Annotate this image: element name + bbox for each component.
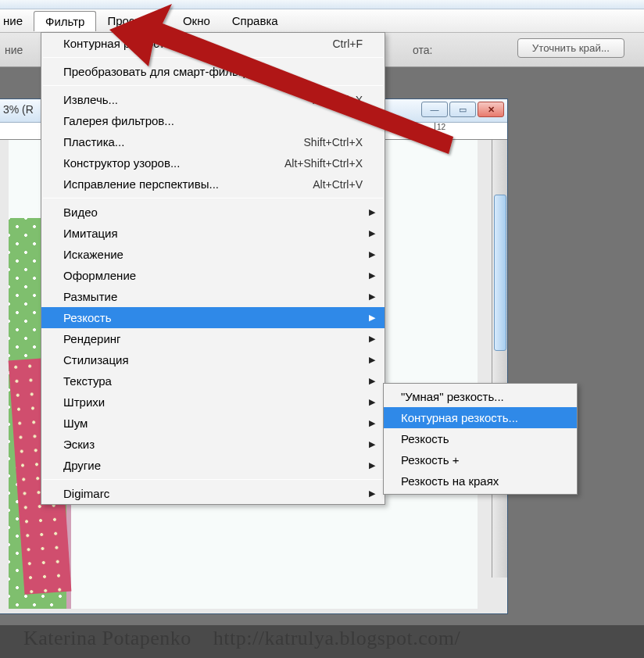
menu-item-label: Рендеринг [63,332,121,345]
menu-ние[interactable]: ние [0,11,34,30]
submenu-arrow-icon: ▶ [369,376,375,386]
filter-menu-item[interactable]: Рендеринг▶ [41,328,385,349]
menu-item-label: Видео [63,206,98,219]
sharpen-submenu-item[interactable]: Резкость [384,428,577,449]
close-icon: ✕ [488,105,495,115]
filter-menu-item[interactable]: Оформление▶ [41,265,385,286]
menu-item-label: Другие [63,459,101,472]
menu-окно[interactable]: Окно [172,11,221,30]
watermark-author: Katerina Potapenko [23,627,191,649]
filter-menu-item[interactable]: Имитация▶ [41,223,385,244]
filter-menu-item[interactable]: Галерея фильтров... [41,110,385,131]
filter-menu-item[interactable]: Текстура▶ [41,370,385,392]
menu-separator [43,85,383,86]
menu-item-label: Текстура [63,374,112,388]
submenu-arrow-icon: ▶ [369,355,375,365]
filter-menu-item[interactable]: Искажение▶ [41,244,385,265]
filter-menu-item[interactable]: Видео▶ [41,202,385,223]
menu-item-label: Искажение [63,248,123,261]
submenu-arrow-icon: ▶ [369,397,375,407]
watermark-text: Katerina Potapenko http://katrulya.blogs… [23,627,460,650]
submenu-arrow-icon: ▶ [369,291,375,302]
menu-item-shortcut: Alt+Shift+Ctrl+X [284,157,363,170]
filter-menu-item[interactable]: Размытие▶ [41,286,385,307]
submenu-arrow-icon: ▶ [369,418,375,428]
menu-item-label: Резкость [63,311,112,324]
titlebar-fragment [0,0,644,9]
menu-separator [43,198,383,198]
menu-item-label: Digimarc [63,487,109,500]
menu-item-label: Извлечь... [63,93,118,106]
filter-menu-item[interactable]: Конструктор узоров...Alt+Shift+Ctrl+X [41,152,385,173]
submenu-arrow-icon: ▶ [369,313,375,323]
scrollbar-thumb[interactable] [494,195,506,351]
submenu-arrow-icon: ▶ [369,249,375,259]
menu-item-label: Пластика... [63,135,124,148]
submenu-arrow-icon: ▶ [369,228,375,238]
sharpen-submenu-item[interactable]: Резкость + [384,449,577,470]
menu-item-label: Штрихи [63,395,105,409]
watermark-url: http://katrulya.blogspot.com/ [213,627,460,649]
options-fragment: ние [5,44,23,56]
menu-separator [43,57,383,58]
sharpen-submenu: "Умная" резкость...Контурная резкость...… [383,383,578,495]
submenu-arrow-icon: ▶ [369,334,375,344]
menu-item-label: Стилизация [63,353,129,367]
submenu-arrow-icon: ▶ [369,488,375,499]
menu-item-label: Эскиз [63,438,95,451]
menu-item-label: Исправление перспективы... [63,177,219,191]
ruler-tick: 12 [435,123,445,140]
menu-справка[interactable]: Справка [221,11,289,30]
filter-menu-item[interactable]: Эскиз▶ [41,434,385,455]
menu-item-label: Контурная резкость [63,37,170,50]
menu-item-shortcut: Alt+Ctrl+V [313,178,363,191]
filter-menu-item[interactable]: Исправление перспективы...Alt+Ctrl+V [41,173,385,195]
filter-menu-dropdown: Контурная резкостьCtrl+FПреобразовать дл… [41,32,385,505]
maximize-icon: ▭ [459,105,467,115]
vertical-scrollbar[interactable] [492,140,507,578]
submenu-arrow-icon: ▶ [369,270,375,281]
filter-menu-item[interactable]: Digimarc▶ [41,483,385,504]
menu-фильтр[interactable]: Фильтр [34,11,96,31]
menubar: ниеФильтрПросмотрОкноСправка [0,9,644,33]
menu-item-shortcut: Ctrl+F [333,38,363,50]
close-button[interactable]: ✕ [478,102,504,117]
filter-menu-item[interactable]: Другие▶ [41,455,385,476]
filter-menu-item[interactable]: Извлечь...Alt+Ctrl+X [41,89,385,110]
menu-item-label: Размытие [63,290,117,303]
menu-item-label: Оформление [63,269,136,282]
menu-separator [43,479,383,480]
document-tab-label: 3% (R [3,103,34,116]
menu-item-shortcut: Shift+Ctrl+X [304,136,363,148]
sharpen-submenu-item[interactable]: "Умная" резкость... [384,386,577,407]
filter-menu-item[interactable]: Стилизация▶ [41,349,385,370]
filter-menu-item[interactable]: Пластика...Shift+Ctrl+X [41,131,385,152]
filter-menu-item[interactable]: Шум▶ [41,413,385,434]
sharpen-submenu-item[interactable]: Контурная резкость... [384,407,577,428]
submenu-arrow-icon: ▶ [369,460,375,470]
menu-item-label: Шум [63,417,88,430]
menu-item-label: Имитация [63,227,118,240]
menu-просмотр[interactable]: Просмотр [96,11,172,30]
filter-menu-item[interactable]: Преобразовать для смарт-фильтров [41,61,385,82]
minimize-button[interactable]: — [421,102,448,117]
refine-edge-button[interactable]: Уточнить край... [517,38,624,58]
menu-item-label: Галерея фильтров... [63,114,174,127]
submenu-arrow-icon: ▶ [369,439,375,449]
filter-menu-item[interactable]: Резкость▶ [41,307,385,328]
menu-item-label: Конструктор узоров... [63,156,180,170]
sharpen-submenu-item[interactable]: Резкость на краях [384,470,577,492]
menu-item-shortcut: Alt+Ctrl+X [313,94,363,106]
filter-menu-item[interactable]: Штрихи▶ [41,392,385,413]
maximize-button[interactable]: ▭ [449,102,476,117]
filter-menu-item[interactable]: Контурная резкостьCtrl+F [41,33,385,54]
menu-item-label: Преобразовать для смарт-фильтров [63,65,262,78]
minimize-icon: — [431,105,439,114]
height-label: ота: [413,44,432,56]
submenu-arrow-icon: ▶ [369,207,375,217]
